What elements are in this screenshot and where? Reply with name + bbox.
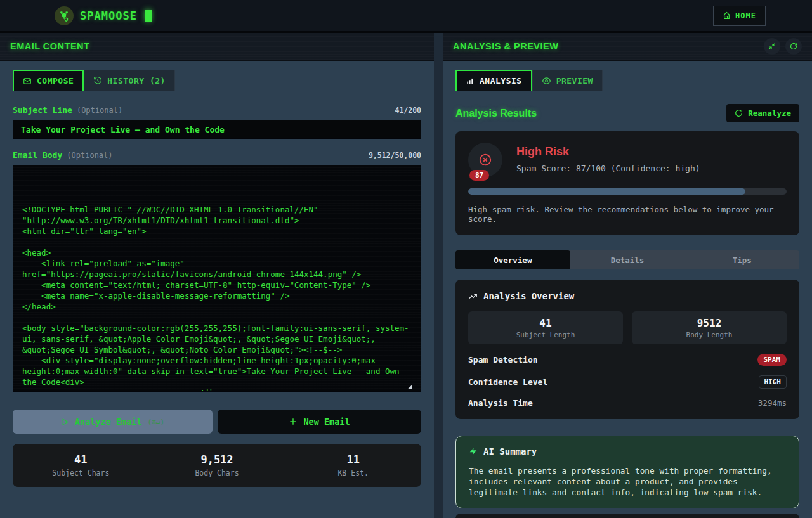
- blinking-cursor: [145, 10, 152, 22]
- risk-message: High spam risk. Review the recommendatio…: [468, 205, 787, 224]
- stat-subject-chars: 41 Subject Chars: [13, 453, 149, 477]
- resize-handle-icon[interactable]: ◢: [408, 381, 412, 392]
- analyze-email-button[interactable]: Analyze Email (⌘↵): [13, 410, 213, 434]
- tab-preview[interactable]: PREVIEW: [532, 70, 603, 91]
- analysis-time-value: 3294ms: [758, 398, 787, 408]
- subject-char-counter: 41/200: [395, 106, 421, 115]
- subject-optional-label: (Optional): [77, 106, 122, 115]
- stat-subject-length: 41 Subject Length: [468, 311, 623, 344]
- new-email-button[interactable]: New Email: [218, 410, 421, 434]
- email-content-header: EMAIL CONTENT: [0, 33, 434, 61]
- eye-icon: [542, 76, 551, 86]
- analysis-preview-title: ANALYSIS & PREVIEW: [453, 41, 558, 51]
- email-content-panel: EMAIL CONTENT COMPOSE HISTORY (2) Subjec…: [0, 33, 434, 518]
- spam-score-progress-fill: [468, 188, 745, 195]
- risk-level-label: High Risk: [516, 145, 700, 159]
- minimize-icon: [768, 42, 776, 50]
- tab-compose[interactable]: COMPOSE: [13, 70, 84, 91]
- confidence-badge: HIGH: [759, 375, 787, 389]
- stat-body-length: 9512 Body Length: [632, 311, 787, 344]
- stat-kb-est: 11 KB Est.: [285, 453, 421, 477]
- body-char-counter: 9,512/50,000: [369, 151, 421, 160]
- bar-chart-icon: [466, 77, 475, 86]
- analysis-preview-tabs: ANALYSIS PREVIEW: [455, 70, 799, 91]
- moose-logo-icon: [55, 6, 74, 25]
- trending-up-icon: [468, 292, 478, 301]
- ai-summary-title: AI Summary: [483, 446, 537, 456]
- row-spam-detection: Spam Detection SPAM: [468, 354, 787, 366]
- email-body-editor[interactable]: ◢ <!DOCTYPE html PUBLIC "-//W3C//DTD XHT…: [13, 165, 421, 392]
- stat-body-chars: 9,512 Body Chars: [149, 453, 285, 477]
- body-label: Email Body: [13, 150, 62, 160]
- minimize-panel-button[interactable]: [764, 38, 780, 55]
- email-body-code: <!DOCTYPE html PUBLIC "-//W3C//DTD XHTML…: [22, 204, 412, 392]
- x-circle-icon: [478, 153, 492, 167]
- overview-card-title: Analysis Overview: [483, 291, 574, 301]
- brand: SPAMOOSE: [55, 6, 152, 25]
- plus-icon: [289, 417, 298, 426]
- tab-history[interactable]: HISTORY (2): [84, 70, 175, 91]
- refresh-icon: [790, 42, 797, 50]
- spam-score-badge: 87: [469, 170, 489, 181]
- risk-result-card: 87 High Risk Spam Score: 87/100 (Confide…: [455, 131, 799, 235]
- spam-badge: SPAM: [757, 354, 787, 366]
- home-button[interactable]: HOME: [713, 6, 766, 26]
- zap-icon: [469, 447, 478, 456]
- tab-overview[interactable]: Overview: [455, 250, 570, 269]
- analyze-shortcut-hint: (⌘↵): [148, 418, 165, 426]
- ai-summary-card: AI Summary The email presents a professi…: [455, 436, 799, 508]
- tab-details[interactable]: Details: [570, 250, 685, 269]
- play-icon: [61, 418, 69, 426]
- analysis-overview-card: Analysis Overview 41 Subject Length 9512…: [455, 280, 799, 419]
- refresh-panel-button[interactable]: [785, 38, 802, 55]
- result-sub-tabs: Overview Details Tips: [455, 250, 799, 269]
- history-clock-icon: [93, 76, 102, 85]
- tab-analysis[interactable]: ANALYSIS: [455, 70, 532, 91]
- analysis-preview-panel: ANALYSIS & PREVIEW ANALYSIS PREVIEW: [443, 33, 812, 518]
- row-confidence-level: Confidence Level HIGH: [468, 375, 787, 389]
- tab-tips[interactable]: Tips: [684, 250, 799, 269]
- spam-score-line: Spam Score: 87/100 (Confidence: high): [516, 164, 700, 173]
- home-icon: [723, 11, 731, 20]
- risk-score-avatar: 87: [468, 143, 505, 177]
- envelope-icon: [23, 77, 32, 86]
- subject-input[interactable]: [13, 120, 421, 139]
- reanalyze-button[interactable]: Reanalyze: [726, 104, 799, 122]
- email-stats-bar: 41 Subject Chars 9,512 Body Chars 11 KB …: [13, 444, 421, 487]
- compose-history-tabs: COMPOSE HISTORY (2): [13, 70, 421, 91]
- app-title: SPAMOOSE: [80, 10, 137, 22]
- analysis-results-title: Analysis Results: [455, 108, 537, 119]
- email-content-title: EMAIL CONTENT: [10, 41, 89, 51]
- body-optional-label: (Optional): [67, 151, 112, 160]
- spam-score-progress: [468, 188, 787, 195]
- next-card-partial: [455, 514, 799, 518]
- top-bar: SPAMOOSE HOME: [0, 0, 812, 33]
- refresh-icon: [735, 109, 743, 117]
- analysis-preview-header: ANALYSIS & PREVIEW: [443, 33, 812, 61]
- ai-summary-text: The email presents a professional tone w…: [469, 465, 786, 498]
- subject-label: Subject Line: [13, 105, 72, 115]
- row-analysis-time: Analysis Time 3294ms: [468, 398, 787, 408]
